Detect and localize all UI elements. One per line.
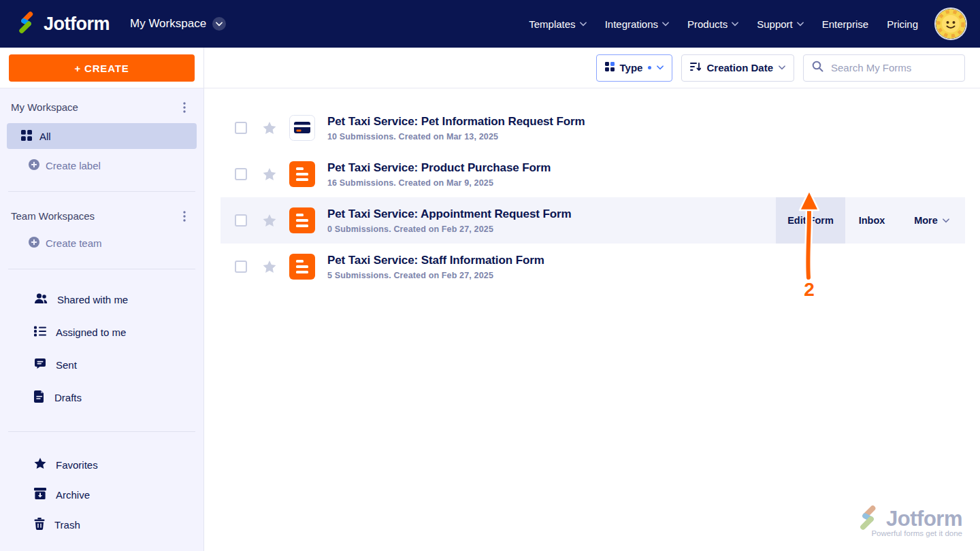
nav-link-products[interactable]: Products [687, 18, 738, 30]
form-meta: 16 Submissions. Created on Mar 9, 2025 [327, 178, 551, 188]
favorite-star-icon[interactable] [263, 168, 276, 181]
navbar-links: Templates Integrations Products Support … [529, 18, 918, 30]
nav-link-pricing[interactable]: Pricing [887, 18, 918, 30]
form-icon [289, 207, 315, 233]
archive-icon [34, 488, 46, 501]
sidebar-item-favorites[interactable]: Favorites [0, 450, 203, 480]
sidebar-item-label: Trash [54, 519, 80, 531]
workspace-switcher-label: My Workspace [130, 17, 206, 31]
jotform-watermark-logo-icon [855, 505, 881, 533]
sort-button[interactable]: Creation Date [681, 54, 794, 82]
form-row-text: Pet Taxi Service: Staff Information Form… [327, 254, 544, 280]
form-title[interactable]: Pet Taxi Service: Appointment Request Fo… [327, 207, 572, 221]
favorite-star-icon[interactable] [263, 261, 276, 273]
edit-form-button[interactable]: Edit Form [776, 197, 845, 244]
form-title[interactable]: Pet Taxi Service: Product Purchase Form [327, 161, 551, 175]
kebab-menu-icon[interactable] [183, 211, 186, 222]
chevron-down-icon [797, 22, 804, 27]
kebab-menu-icon[interactable] [183, 102, 186, 113]
favorite-star-icon[interactable] [263, 122, 276, 135]
search-box [803, 54, 965, 82]
row-checkbox[interactable] [235, 122, 247, 134]
form-icon [289, 161, 315, 187]
my-workspace-header: My Workspace [0, 97, 203, 118]
sidebar-body: My Workspace All Create label Team W [0, 88, 203, 551]
team-workspaces-label: Team Workspaces [11, 210, 95, 222]
grid-icon [21, 130, 32, 143]
row-checkbox[interactable] [235, 168, 247, 180]
form-row-text: Pet Taxi Service: Product Purchase Form … [327, 161, 551, 188]
plus-circle-icon [29, 237, 39, 250]
people-icon [34, 293, 48, 307]
watermark-logo-text: Jotform [886, 507, 962, 531]
form-title[interactable]: Pet Taxi Service: Pet Information Reques… [327, 115, 585, 129]
form-row-highlighted[interactable]: Pet Taxi Service: Appointment Request Fo… [220, 197, 965, 244]
favorite-star-icon[interactable] [263, 214, 276, 227]
form-row[interactable]: Pet Taxi Service: Pet Information Reques… [220, 105, 965, 151]
jotform-logo-icon [14, 11, 37, 37]
type-filter-button[interactable]: Type [596, 54, 673, 82]
sidebar-item-label: Drafts [54, 392, 82, 403]
workspace-switcher[interactable]: My Workspace [130, 17, 226, 31]
sidebar-item-assigned-to-me[interactable]: Assigned to me [0, 316, 203, 348]
sidebar-item-trash[interactable]: Trash [0, 510, 203, 539]
row-checkbox[interactable] [235, 261, 247, 273]
drafts-icon [34, 390, 45, 405]
nav-link-templates[interactable]: Templates [529, 18, 586, 30]
top-navbar: Jotform My Workspace Templates Integrati… [0, 0, 980, 48]
more-button-label: More [914, 215, 938, 226]
forms-toolbar: Type Creation Date [204, 48, 980, 88]
payment-form-icon [289, 115, 315, 141]
form-icon [289, 254, 315, 280]
form-title[interactable]: Pet Taxi Service: Staff Information Form [327, 254, 544, 267]
sent-chat-icon [34, 358, 46, 371]
chevron-down-icon [779, 65, 785, 70]
user-avatar[interactable] [936, 9, 966, 39]
sidebar-item-drafts[interactable]: Drafts [0, 381, 203, 414]
active-filter-dot [648, 66, 651, 69]
type-filter-label: Type [620, 62, 643, 73]
create-team-button[interactable]: Create team [0, 231, 203, 255]
more-button[interactable]: More [898, 197, 965, 244]
sidebar-item-all[interactable]: All [7, 123, 197, 149]
sidebar-item-archive[interactable]: Archive [0, 480, 203, 510]
type-grid-icon [605, 62, 615, 73]
chevron-down-icon [943, 218, 949, 223]
row-checkbox[interactable] [235, 214, 247, 227]
search-icon [812, 61, 823, 75]
main-content: Type Creation Date [204, 48, 980, 551]
search-input[interactable] [830, 61, 956, 74]
chevron-down-icon [662, 22, 669, 27]
nav-link-enterprise[interactable]: Enterprise [822, 18, 868, 30]
sort-icon [690, 61, 701, 74]
inbox-button[interactable]: Inbox [845, 197, 898, 244]
nav-link-support[interactable]: Support [757, 18, 804, 30]
chevron-down-icon [212, 17, 226, 31]
form-row[interactable]: Pet Taxi Service: Staff Information Form… [220, 244, 965, 290]
create-button[interactable]: + CREATE [9, 54, 195, 82]
sort-button-label: Creation Date [706, 62, 773, 73]
jotform-logo[interactable]: Jotform [14, 11, 110, 37]
assigned-list-icon [34, 326, 46, 339]
sidebar-item-label: Archive [56, 489, 90, 501]
create-team-text: Create team [46, 237, 102, 249]
form-row[interactable]: Pet Taxi Service: Product Purchase Form … [220, 151, 965, 197]
sidebar-item-label: Favorites [56, 459, 98, 471]
sidebar-create-area: + CREATE [0, 48, 203, 88]
sidebar-item-shared-with-me[interactable]: Shared with me [0, 283, 203, 316]
jotform-watermark: Jotform Powerful forms get it done [855, 505, 962, 537]
create-label-button[interactable]: Create label [0, 153, 203, 178]
sidebar-item-label: Shared with me [57, 294, 128, 305]
form-row-text: Pet Taxi Service: Appointment Request Fo… [327, 207, 572, 234]
chevron-down-icon [580, 22, 587, 27]
sidebar-item-sent[interactable]: Sent [0, 348, 203, 381]
form-meta: 0 Submissions. Created on Feb 27, 2025 [327, 224, 572, 234]
sidebar-divider [8, 269, 195, 269]
watermark-tagline: Powerful forms get it done [871, 529, 962, 537]
star-icon [34, 458, 46, 471]
sidebar-divider [8, 431, 195, 432]
form-row-text: Pet Taxi Service: Pet Information Reques… [327, 115, 585, 141]
trash-icon [34, 518, 45, 532]
jotform-logo-text: Jotform [44, 14, 110, 35]
nav-link-integrations[interactable]: Integrations [605, 18, 669, 30]
